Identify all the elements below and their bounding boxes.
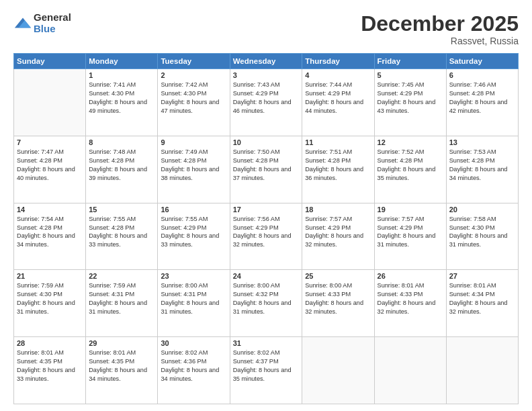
sunrise-text: Sunrise: 8:01 AM xyxy=(89,349,136,356)
sunset-text: Sunset: 4:28 PM xyxy=(449,90,495,97)
daylight-text: Daylight: 8 hours and 33 minutes. xyxy=(17,367,75,382)
daylight-text: Daylight: 8 hours and 42 minutes. xyxy=(449,99,508,114)
day-info: Sunrise: 7:46 AMSunset: 4:28 PMDaylight:… xyxy=(449,81,515,116)
day-number: 6 xyxy=(449,71,515,79)
day-info: Sunrise: 7:57 AMSunset: 4:29 PMDaylight:… xyxy=(305,215,371,250)
day-info: Sunrise: 7:48 AMSunset: 4:28 PMDaylight:… xyxy=(89,148,154,183)
sunset-text: Sunset: 4:28 PM xyxy=(17,224,62,231)
day-number: 18 xyxy=(305,205,371,214)
day-info: Sunrise: 7:54 AMSunset: 4:28 PMDaylight:… xyxy=(17,215,83,250)
day-info: Sunrise: 8:00 AMSunset: 4:31 PMDaylight:… xyxy=(161,281,226,316)
day-number: 30 xyxy=(161,339,226,347)
sunset-text: Sunset: 4:33 PM xyxy=(378,291,423,298)
sunrise-text: Sunrise: 7:52 AM xyxy=(378,148,425,155)
day-info: Sunrise: 7:56 AMSunset: 4:29 PMDaylight:… xyxy=(233,215,300,250)
month-title: December 2025 xyxy=(361,12,519,36)
calendar-cell: 16Sunrise: 7:55 AMSunset: 4:29 PMDayligh… xyxy=(158,203,230,270)
sunrise-text: Sunrise: 8:00 AM xyxy=(233,282,280,289)
sunset-text: Sunset: 4:29 PM xyxy=(378,224,423,231)
sunset-text: Sunset: 4:28 PM xyxy=(17,157,62,164)
col-tuesday: Tuesday xyxy=(158,54,230,69)
sunrise-text: Sunrise: 7:46 AM xyxy=(449,81,496,88)
day-info: Sunrise: 8:01 AMSunset: 4:35 PMDaylight:… xyxy=(17,349,83,383)
sunset-text: Sunset: 4:29 PM xyxy=(378,90,423,97)
sunset-text: Sunset: 4:28 PM xyxy=(161,157,206,164)
day-info: Sunrise: 7:42 AMSunset: 4:30 PMDaylight:… xyxy=(161,81,226,116)
daylight-text: Daylight: 8 hours and 32 minutes. xyxy=(233,232,292,248)
calendar-cell: 2Sunrise: 7:42 AMSunset: 4:30 PMDaylight… xyxy=(158,69,230,136)
daylight-text: Daylight: 8 hours and 31 minutes. xyxy=(161,300,219,315)
sunset-text: Sunset: 4:35 PM xyxy=(17,358,62,365)
daylight-text: Daylight: 8 hours and 37 minutes. xyxy=(233,166,292,181)
day-info: Sunrise: 8:01 AMSunset: 4:35 PMDaylight:… xyxy=(89,349,154,383)
sunrise-text: Sunrise: 7:57 AM xyxy=(378,216,425,222)
calendar-cell: 12Sunrise: 7:52 AMSunset: 4:28 PMDayligh… xyxy=(374,136,446,203)
calendar-cell: 21Sunrise: 7:59 AMSunset: 4:30 PMDayligh… xyxy=(14,270,86,337)
calendar-cell: 20Sunrise: 7:58 AMSunset: 4:30 PMDayligh… xyxy=(446,203,518,270)
daylight-text: Daylight: 8 hours and 39 minutes. xyxy=(89,166,147,181)
sunrise-text: Sunrise: 7:49 AM xyxy=(161,148,208,155)
calendar-cell: 26Sunrise: 8:01 AMSunset: 4:33 PMDayligh… xyxy=(374,270,446,337)
day-number: 11 xyxy=(305,138,371,146)
sunset-text: Sunset: 4:32 PM xyxy=(233,291,279,298)
day-info: Sunrise: 7:51 AMSunset: 4:28 PMDaylight:… xyxy=(305,148,371,183)
calendar-cell: 1Sunrise: 7:41 AMSunset: 4:30 PMDaylight… xyxy=(86,69,158,136)
day-number: 28 xyxy=(17,339,83,347)
calendar-cell: 4Sunrise: 7:44 AMSunset: 4:29 PMDaylight… xyxy=(302,69,374,136)
sunrise-text: Sunrise: 7:57 AM xyxy=(305,216,352,222)
sunrise-text: Sunrise: 7:54 AM xyxy=(17,216,64,222)
day-number: 3 xyxy=(233,71,300,79)
daylight-text: Daylight: 8 hours and 34 minutes. xyxy=(89,367,147,382)
sunset-text: Sunset: 4:29 PM xyxy=(161,224,206,231)
sunrise-text: Sunrise: 8:02 AM xyxy=(161,349,208,356)
calendar-cell: 13Sunrise: 7:53 AMSunset: 4:28 PMDayligh… xyxy=(446,136,518,203)
logo: General Blue xyxy=(13,12,71,34)
daylight-text: Daylight: 8 hours and 34 minutes. xyxy=(17,232,75,248)
sunrise-text: Sunrise: 7:59 AM xyxy=(89,282,136,289)
day-info: Sunrise: 7:49 AMSunset: 4:28 PMDaylight:… xyxy=(161,148,226,183)
col-wednesday: Wednesday xyxy=(230,54,302,69)
calendar-cell: 7Sunrise: 7:47 AMSunset: 4:28 PMDaylight… xyxy=(14,136,86,203)
calendar-header: Sunday Monday Tuesday Wednesday Thursday… xyxy=(14,54,519,69)
day-number: 13 xyxy=(449,138,515,146)
sunset-text: Sunset: 4:28 PM xyxy=(449,157,495,164)
col-thursday: Thursday xyxy=(302,54,374,69)
day-info: Sunrise: 7:45 AMSunset: 4:29 PMDaylight:… xyxy=(378,81,443,116)
day-info: Sunrise: 8:01 AMSunset: 4:34 PMDaylight:… xyxy=(449,281,515,316)
logo-blue-text: Blue xyxy=(34,24,71,35)
day-number: 16 xyxy=(161,205,226,214)
day-info: Sunrise: 7:52 AMSunset: 4:28 PMDaylight:… xyxy=(378,148,443,183)
sunset-text: Sunset: 4:34 PM xyxy=(449,291,495,298)
location-subtitle: Rassvet, Russia xyxy=(361,36,519,46)
calendar-table: Sunday Monday Tuesday Wednesday Thursday… xyxy=(13,53,519,404)
header: General Blue December 2025 Rassvet, Russ… xyxy=(13,12,519,46)
day-info: Sunrise: 8:00 AMSunset: 4:33 PMDaylight:… xyxy=(305,281,371,316)
day-info: Sunrise: 7:58 AMSunset: 4:30 PMDaylight:… xyxy=(449,215,515,250)
calendar-cell: 29Sunrise: 8:01 AMSunset: 4:35 PMDayligh… xyxy=(86,337,158,404)
calendar-cell: 9Sunrise: 7:49 AMSunset: 4:28 PMDaylight… xyxy=(158,136,230,203)
sunset-text: Sunset: 4:30 PM xyxy=(17,291,62,298)
daylight-text: Daylight: 8 hours and 47 minutes. xyxy=(161,99,219,114)
day-info: Sunrise: 7:53 AMSunset: 4:28 PMDaylight:… xyxy=(449,148,515,183)
col-sunday: Sunday xyxy=(14,54,86,69)
sunrise-text: Sunrise: 7:42 AM xyxy=(161,81,208,88)
day-info: Sunrise: 7:59 AMSunset: 4:31 PMDaylight:… xyxy=(89,281,154,316)
day-number: 24 xyxy=(233,272,300,280)
daylight-text: Daylight: 8 hours and 43 minutes. xyxy=(378,99,436,114)
daylight-text: Daylight: 8 hours and 40 minutes. xyxy=(17,166,75,181)
calendar-cell: 6Sunrise: 7:46 AMSunset: 4:28 PMDaylight… xyxy=(446,69,518,136)
sunrise-text: Sunrise: 7:43 AM xyxy=(233,81,280,88)
day-number: 5 xyxy=(378,71,443,79)
calendar-week-5: 28Sunrise: 8:01 AMSunset: 4:35 PMDayligh… xyxy=(14,337,519,404)
calendar-cell: 15Sunrise: 7:55 AMSunset: 4:28 PMDayligh… xyxy=(86,203,158,270)
sunrise-text: Sunrise: 8:01 AM xyxy=(449,282,496,289)
calendar-week-1: 1Sunrise: 7:41 AMSunset: 4:30 PMDaylight… xyxy=(14,69,519,136)
sunset-text: Sunset: 4:31 PM xyxy=(89,291,134,298)
sunset-text: Sunset: 4:28 PM xyxy=(378,157,423,164)
calendar-cell xyxy=(374,337,446,404)
daylight-text: Daylight: 8 hours and 33 minutes. xyxy=(161,232,219,248)
day-info: Sunrise: 8:02 AMSunset: 4:37 PMDaylight:… xyxy=(233,349,300,383)
calendar-cell: 19Sunrise: 7:57 AMSunset: 4:29 PMDayligh… xyxy=(374,203,446,270)
sunset-text: Sunset: 4:28 PM xyxy=(89,157,134,164)
day-number: 23 xyxy=(161,272,226,280)
